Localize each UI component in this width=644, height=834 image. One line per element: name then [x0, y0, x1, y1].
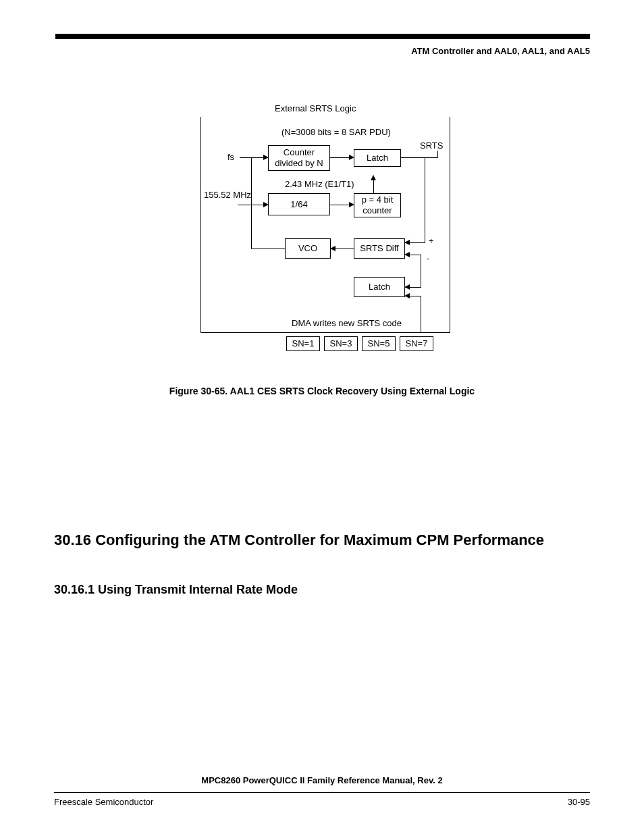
arrow-into-latch	[405, 296, 421, 296]
arrow-minus-in	[405, 255, 421, 255]
minus-label: -	[427, 253, 429, 263]
line-latch-srts-h	[401, 157, 438, 158]
plus-label: +	[429, 236, 434, 246]
footer-page-number: 30-95	[568, 797, 590, 807]
header-bar	[55, 34, 590, 39]
arrow-latch-minus	[405, 287, 421, 288]
fs-label: fs	[227, 152, 234, 162]
dma-text: DMA writes new SRTS code	[292, 318, 402, 328]
figure-caption: Figure 30-65. AAL1 CES SRTS Clock Recove…	[54, 386, 590, 396]
freq-label: 2.43 MHz (E1/T1)	[285, 179, 354, 189]
line-plus-v	[425, 157, 425, 243]
line-latch-srts-v	[437, 151, 438, 157]
latch-bottom-box: Latch	[354, 277, 405, 297]
n-text: (N=3008 bits = 8 SAR PDU)	[281, 127, 391, 137]
arrow-fs	[240, 157, 268, 158]
diagram-title: External SRTS Logic	[275, 103, 356, 113]
arrow-up-p4	[373, 176, 374, 193]
sn1-box: SN=1	[286, 336, 320, 351]
sn7-box: SN=7	[400, 336, 433, 351]
sn5-box: SN=5	[362, 336, 396, 351]
footer: MPC8260 PowerQUICC II Family Reference M…	[54, 775, 590, 807]
arrow-div-p4	[330, 205, 354, 205]
mhz-label: 155.52 MHz	[204, 190, 251, 200]
diagram: External SRTS Logic (N=3008 bits = 8 SAR…	[180, 103, 464, 373]
div64-box: 1/64	[268, 193, 330, 215]
latch-top-box: Latch	[354, 149, 401, 167]
line-vco-out	[251, 249, 285, 249]
header-chapter-title: ATM Controller and AAL0, AAL1, and AAL5	[54, 46, 590, 56]
footer-company: Freescale Semiconductor	[54, 797, 153, 807]
arrow-mhz	[238, 205, 268, 205]
line-vco-up	[251, 157, 252, 249]
vco-box: VCO	[285, 238, 331, 259]
srts-label: SRTS	[420, 140, 443, 151]
sn3-box: SN=3	[324, 336, 358, 351]
arrow-counter-latch	[330, 157, 354, 158]
footer-divider	[54, 792, 590, 793]
line-minus-v	[421, 255, 421, 287]
line-latch-down	[421, 296, 421, 333]
subsection-heading: 30.16.1 Using Transmit Internal Rate Mod…	[54, 583, 590, 597]
srtsdiff-box: SRTS Diff	[354, 238, 405, 259]
section-heading: 30.16 Configuring the ATM Controller for…	[54, 531, 590, 549]
counter-box: Counter divided by N	[268, 145, 330, 171]
footer-manual-title: MPC8260 PowerQUICC II Family Reference M…	[54, 775, 590, 785]
p4bit-box: p = 4 bit counter	[354, 193, 401, 217]
page: ATM Controller and AAL0, AAL1, and AAL5 …	[0, 0, 644, 834]
arrow-srtsdiff-vco	[331, 249, 354, 249]
figure-wrap: External SRTS Logic (N=3008 bits = 8 SAR…	[54, 103, 590, 373]
arrow-plus-in	[405, 242, 425, 243]
